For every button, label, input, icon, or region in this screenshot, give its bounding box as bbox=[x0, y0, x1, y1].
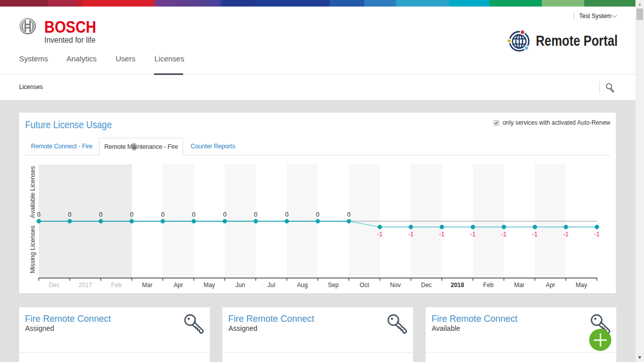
svg-text:2017: 2017 bbox=[78, 282, 92, 289]
svg-text:Missing Licenses: Missing Licenses bbox=[29, 225, 36, 273]
svg-text:Available Licenses: Available Licenses bbox=[29, 166, 36, 218]
svg-text:0: 0 bbox=[254, 211, 258, 218]
svg-text:May: May bbox=[576, 282, 587, 289]
svg-text:0: 0 bbox=[316, 211, 319, 218]
svg-text:-1: -1 bbox=[439, 231, 445, 238]
svg-text:Dec: Dec bbox=[421, 282, 432, 289]
svg-text:0: 0 bbox=[285, 211, 289, 218]
svg-text:Apr: Apr bbox=[174, 282, 183, 289]
svg-text:Dec: Dec bbox=[49, 282, 59, 289]
svg-text:Nov: Nov bbox=[390, 282, 400, 289]
svg-text:-1: -1 bbox=[594, 231, 600, 238]
svg-text:Oct: Oct bbox=[360, 282, 369, 289]
svg-text:2018: 2018 bbox=[451, 282, 464, 289]
svg-text:Feb: Feb bbox=[483, 282, 494, 289]
svg-text:Jun: Jun bbox=[235, 282, 245, 289]
svg-text:-1: -1 bbox=[470, 231, 476, 238]
svg-text:Aug: Aug bbox=[297, 282, 307, 289]
svg-text:-1: -1 bbox=[377, 231, 383, 238]
svg-text:Mar: Mar bbox=[142, 282, 152, 289]
svg-text:0: 0 bbox=[68, 211, 71, 218]
svg-text:0: 0 bbox=[223, 211, 226, 218]
svg-text:Sep: Sep bbox=[328, 282, 339, 289]
svg-text:-1: -1 bbox=[501, 231, 507, 238]
svg-text:-1: -1 bbox=[408, 231, 414, 238]
svg-text:-1: -1 bbox=[563, 231, 569, 238]
svg-text:Mar: Mar bbox=[514, 282, 525, 289]
svg-text:May: May bbox=[204, 282, 215, 289]
svg-text:Jul: Jul bbox=[268, 282, 275, 289]
svg-text:0: 0 bbox=[192, 211, 196, 218]
svg-text:Apr: Apr bbox=[546, 282, 555, 289]
svg-text:-1: -1 bbox=[532, 231, 538, 238]
svg-text:0: 0 bbox=[130, 211, 134, 218]
svg-text:0: 0 bbox=[161, 211, 165, 218]
svg-text:0: 0 bbox=[347, 211, 351, 218]
svg-text:0: 0 bbox=[99, 211, 103, 218]
svg-text:Feb: Feb bbox=[111, 282, 122, 289]
svg-text:0: 0 bbox=[37, 211, 41, 218]
